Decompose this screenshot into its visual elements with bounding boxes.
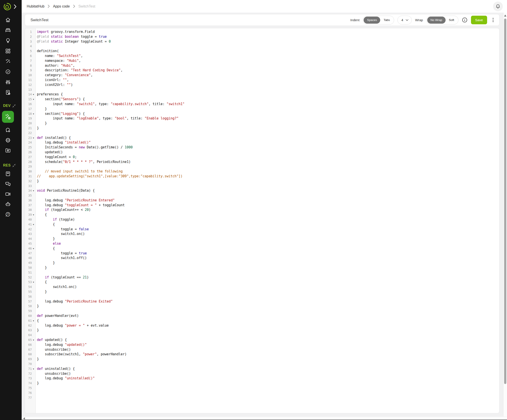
save-button[interactable]: Save	[471, 16, 487, 24]
sidebar-item-drivers-code[interactable]	[4, 127, 12, 133]
code-line[interactable]	[37, 131, 499, 136]
code-line[interactable]: namespace: "Hubi",	[37, 58, 499, 63]
code-line[interactable]: iconUrl: "",	[37, 78, 499, 83]
sidebar-item-community[interactable]	[4, 181, 12, 187]
code-line[interactable]: log.debug "PeriodicRoutine Exited"	[37, 299, 499, 304]
collapse-section-icon[interactable]	[12, 104, 16, 108]
info-button[interactable]	[462, 17, 468, 23]
code-line[interactable]: unsubscribe()	[37, 371, 499, 376]
code-line[interactable]: @Field static boolean toggle = true	[37, 35, 499, 39]
sidebar-item-help[interactable]: ?	[4, 211, 12, 217]
code-line[interactable]: def installed() {	[37, 136, 499, 140]
vertical-scrollbar[interactable]	[503, 13, 507, 416]
sidebar-item-logs[interactable]	[4, 90, 12, 95]
code-line[interactable]: def powerHandler(evt)	[37, 314, 499, 318]
sidebar-item-documentation[interactable]	[4, 171, 12, 177]
code-line[interactable]: description: "Test Hard Coding Device",	[37, 68, 499, 73]
code-line[interactable]: }	[37, 121, 499, 126]
sidebar-item-libraries-code[interactable]	[4, 137, 12, 143]
code-line[interactable]: {	[37, 280, 499, 285]
code-line[interactable]: schedule("0/1 * * * * ?", PeriodicRoutin…	[37, 160, 499, 165]
code-line[interactable]: log.debug "toggleCount = " + toggleCount	[37, 203, 499, 208]
fold-arrow-icon[interactable]: ▾	[32, 222, 35, 227]
fold-arrow-icon[interactable]: ▾	[32, 338, 35, 343]
code-line[interactable]: {	[37, 318, 499, 323]
code-line[interactable]: log.debug "uninstalled()"	[37, 376, 499, 381]
code-line[interactable]: import groovy.transform.Field	[37, 30, 499, 35]
indent-option-spaces[interactable]: Spaces	[364, 17, 380, 24]
code-line[interactable]: log.debug "PeriodicRoutine Entered"	[37, 198, 499, 203]
sidebar-item-home[interactable]	[4, 17, 12, 23]
code-line[interactable]: if (toggleCount++ < 20)	[37, 208, 499, 212]
code-line[interactable]	[37, 270, 499, 275]
code-line[interactable]: {	[37, 212, 499, 217]
scroll-up-arrow-icon[interactable]	[504, 14, 506, 17]
sidebar-item-devices[interactable]	[4, 38, 12, 43]
fold-arrow-icon[interactable]: ▾	[32, 136, 35, 140]
collapse-section-icon[interactable]	[12, 164, 16, 167]
code-line[interactable]	[37, 309, 499, 314]
code-line[interactable]: log.debug "updated()"	[37, 343, 499, 347]
code-line[interactable]: @Field static Integer toggleCount = 0	[37, 39, 499, 44]
code-line[interactable]: preferences {	[37, 92, 499, 97]
sidebar-item-bundles[interactable]	[4, 147, 12, 153]
breadcrumb-hub-link[interactable]: HubitatHub	[27, 4, 44, 8]
code-line[interactable]: author: "Hubi",	[37, 63, 499, 68]
code-line[interactable]: section("Logging") {	[37, 112, 499, 116]
sidebar-expand-chevron-icon[interactable]	[14, 4, 17, 9]
sidebar-item-videos[interactable]	[4, 191, 12, 197]
code-line[interactable]: switch1.on()	[37, 285, 499, 289]
wrap-option-soft[interactable]: Soft	[446, 17, 458, 24]
code-line[interactable]: subscribe(switch1, "power", powerHandler…	[37, 352, 499, 357]
fold-arrow-icon[interactable]: ▾	[32, 92, 35, 97]
code-line[interactable]: }	[37, 266, 499, 270]
code-line[interactable]: input name: "logEnable", type: "bool", t…	[37, 116, 499, 121]
code-line[interactable]: {	[37, 222, 499, 227]
wrap-option-no-wrap[interactable]: No Wrap	[427, 17, 446, 24]
code-line[interactable]: }	[37, 179, 499, 184]
hubitat-logo[interactable]	[2, 2, 12, 11]
scroll-left-arrow-icon[interactable]	[23, 417, 25, 420]
code-line[interactable]: if (toggle)	[37, 217, 499, 222]
sidebar-item-automations[interactable]	[4, 58, 12, 64]
indent-option-tabs[interactable]: Tabs	[380, 17, 393, 24]
code-line[interactable]: // moved input switch1 to the following	[37, 169, 499, 174]
code-line[interactable]: log.debug "installed()"	[37, 140, 499, 145]
code-line[interactable]	[37, 333, 499, 338]
code-line[interactable]: switch1.off()	[37, 256, 499, 260]
code-line[interactable]: switch1.on()	[37, 232, 499, 237]
fold-arrow-icon[interactable]: ▾	[32, 246, 35, 251]
sidebar-item-health[interactable]	[4, 69, 12, 75]
code-line[interactable]: section("Sensors") {	[37, 97, 499, 102]
code-line[interactable]	[37, 184, 499, 189]
code-line[interactable]	[37, 294, 499, 299]
code-line[interactable]: }	[37, 328, 499, 333]
code-line[interactable]: name: "SwitchTest",	[37, 54, 499, 58]
indent-size-select[interactable]: 4	[397, 16, 412, 25]
code-line[interactable]: toggle = false	[37, 227, 499, 232]
code-line[interactable]: updated()	[37, 150, 499, 155]
notifications-button[interactable]	[493, 1, 503, 11]
code-line[interactable]	[37, 395, 499, 400]
sidebar-item-ai-assistant[interactable]	[4, 201, 12, 207]
code-line[interactable]	[37, 44, 499, 49]
fold-arrow-icon[interactable]: ▾	[32, 318, 35, 323]
code-line[interactable]	[37, 164, 499, 169]
sidebar-item-rooms[interactable]	[4, 27, 12, 33]
code-line[interactable]: }	[37, 237, 499, 241]
kebab-menu-icon[interactable]	[491, 17, 495, 23]
fold-arrow-icon[interactable]: ▾	[32, 112, 35, 116]
code-line[interactable]: }	[37, 260, 499, 266]
code-line[interactable]: InitialSeconds = new Date().getTime() / …	[37, 145, 499, 150]
code-line[interactable]: }	[37, 107, 499, 112]
code-line[interactable]: }	[37, 357, 499, 362]
code-line[interactable]	[37, 386, 499, 391]
fold-arrow-icon[interactable]: ▾	[32, 212, 35, 217]
code-line[interactable]: log.debug "power = " + evt.value	[37, 323, 499, 328]
code-editor[interactable]: 1234567891011121314▾15▾161718▾1920212223…	[25, 28, 500, 413]
code-line[interactable]: toggleCount = 0;	[37, 155, 499, 160]
code-line[interactable]: toggle = true	[37, 251, 499, 256]
sidebar-item-apps[interactable]	[4, 48, 12, 54]
code-line[interactable]: def updated() {	[37, 338, 499, 343]
code-line[interactable]: // app.updateSetting("switch1",[value:"3…	[37, 174, 499, 179]
